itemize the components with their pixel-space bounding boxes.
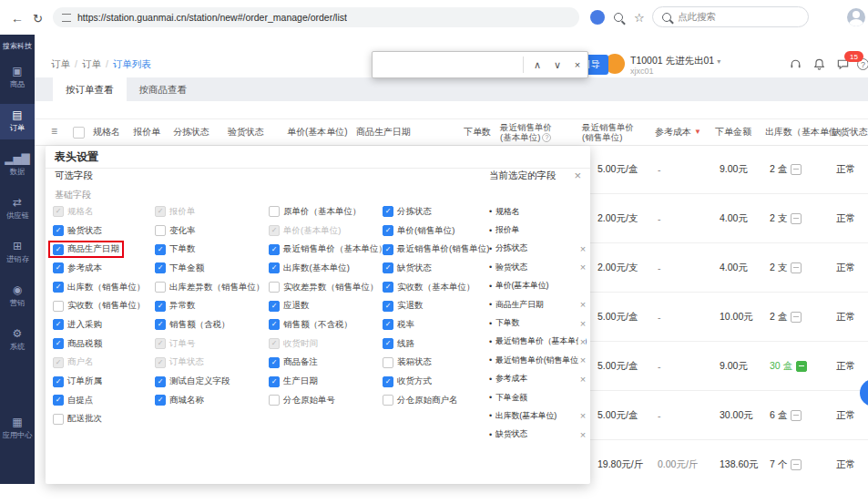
field-checkbox-item[interactable]: 商品生产日期 [50,242,122,256]
edit-qty-icon[interactable] [791,312,802,323]
checkbox[interactable] [53,357,64,368]
remove-field-icon[interactable]: × [578,299,586,310]
tab-by-product[interactable]: 按商品查看 [127,77,200,101]
checkbox[interactable] [383,225,393,236]
field-checkbox-item[interactable]: 出库差异数（销售单位） [155,282,265,293]
edit-qty-icon[interactable] [791,213,802,224]
extension-icon[interactable] [590,10,605,25]
checkbox[interactable] [269,395,280,406]
field-checkbox-item[interactable]: 最近销售单价(销售单位) [383,243,489,255]
field-checkbox-item[interactable]: 商城名称 [155,395,204,406]
edit-qty-icon[interactable] [791,164,802,175]
support-icon[interactable] [789,57,803,72]
remove-field-icon[interactable]: × [578,262,586,273]
remove-field-icon[interactable]: × [578,355,586,365]
field-checkbox-item[interactable]: 订单所属 [53,375,102,387]
sidebar-item[interactable]: ▂▅▇ 数据 [0,148,35,183]
breadcrumb-section[interactable]: 订单 [82,58,101,69]
sidebar-item[interactable]: ▣ 商品 [0,60,35,96]
remove-field-icon[interactable]: × [578,429,586,440]
remove-field-icon[interactable]: × [578,243,586,254]
checkbox[interactable] [155,262,166,273]
browser-profile-avatar[interactable] [847,8,865,26]
checkbox[interactable] [53,301,64,312]
field-checkbox-item[interactable]: 销售额（不含税） [269,319,352,331]
field-checkbox-item[interactable]: 下单数 [155,243,196,255]
checkbox[interactable] [383,282,393,293]
field-checkbox-item[interactable]: 最近销售单价（基本单位） [269,243,387,255]
field-checkbox-item[interactable]: 进入采购 [53,319,102,331]
checkbox[interactable] [269,244,280,255]
checkbox[interactable] [269,262,280,273]
remove-field-icon[interactable]: × [578,410,586,421]
checkbox[interactable] [269,357,280,368]
select-all-checkbox[interactable] [73,127,85,139]
field-checkbox-item[interactable]: 订单状态 [155,356,204,368]
field-checkbox-item[interactable]: 出库数（销售单位） [53,282,146,293]
edit-qty-icon[interactable] [791,262,802,273]
field-checkbox-item[interactable]: 线路 [383,338,414,350]
field-checkbox-item[interactable]: 验货状态 [53,225,102,237]
find-prev-icon[interactable]: ∧ [527,59,547,71]
checkbox[interactable] [383,206,393,217]
checkbox[interactable] [155,319,166,330]
field-checkbox-item[interactable]: 规格名 [53,206,94,218]
bookmark-star-icon[interactable]: ☆ [634,11,645,25]
checkbox[interactable] [53,282,64,293]
field-checkbox-item[interactable]: 商户名 [53,356,94,368]
field-checkbox-item[interactable]: 收货时间 [269,338,318,350]
field-checkbox-item[interactable]: 应退数 [269,300,310,312]
checkbox[interactable] [269,376,280,387]
remove-field-icon[interactable]: × [578,318,586,329]
sidebar-item[interactable]: ◉ 营销 [0,279,35,314]
expand-list-icon[interactable]: ≡ [51,125,57,138]
user-name[interactable]: T10001 先进先出01▾ [630,55,720,67]
field-checkbox-item[interactable]: 报价单 [155,206,196,218]
checkbox[interactable] [53,262,64,273]
address-bar[interactable]: https://station.guanmai.cn/station/new#/… [53,7,579,27]
checkbox[interactable] [155,376,166,387]
checkbox[interactable] [383,395,393,406]
checkbox[interactable] [155,301,166,312]
remove-field-icon[interactable]: × [578,374,586,385]
checkbox[interactable] [383,301,393,312]
field-checkbox-item[interactable]: 参考成本 [53,262,102,274]
checkbox[interactable] [53,338,64,349]
field-checkbox-item[interactable]: 分仓原始单号 [269,395,335,406]
checkbox[interactable] [269,206,280,217]
info-icon[interactable]: ? [542,133,551,142]
sidebar-item[interactable]: ▤ 订单 [0,104,35,139]
checkbox[interactable] [383,357,393,368]
field-checkbox-item[interactable]: 分拣状态 [383,206,432,218]
field-checkbox-item[interactable]: 实退数 [383,300,424,312]
checkbox[interactable] [383,262,393,273]
checkbox[interactable] [155,338,166,349]
checkbox[interactable] [269,319,280,330]
back-icon[interactable]: ← [11,11,24,26]
field-checkbox-item[interactable]: 实收数（销售单位） [53,300,146,312]
field-checkbox-item[interactable]: 变化率 [155,225,196,237]
field-checkbox-item[interactable]: 下单金额 [155,262,204,274]
field-checkbox-item[interactable]: 测试自定义字段 [155,375,230,387]
field-checkbox-item[interactable]: 实收差异数（销售单位） [269,282,379,293]
column-header-ref-cost[interactable]: 参考成本▼ [655,119,701,145]
field-checkbox-item[interactable]: 配送批次 [53,413,102,425]
checkbox[interactable] [53,376,64,387]
edit-qty-icon[interactable] [791,459,802,470]
checkbox[interactable] [155,206,166,217]
checkbox[interactable] [53,225,64,236]
checkbox[interactable] [269,301,280,312]
field-checkbox-item[interactable]: 商品备注 [269,356,318,368]
checkbox[interactable] [53,206,64,217]
checkbox[interactable] [53,414,64,425]
remove-field-icon[interactable]: × [578,336,586,347]
checkbox[interactable] [155,282,166,293]
sidebar-item[interactable]: ⚙ 系统 [0,323,35,358]
sidebar-item[interactable]: ▦ 应用中心 [0,411,35,447]
checkbox[interactable] [155,225,166,236]
checkbox[interactable] [53,244,64,255]
checkbox[interactable] [269,282,280,293]
checkbox[interactable] [383,244,393,255]
bell-icon[interactable] [812,57,827,72]
field-checkbox-item[interactable]: 生产日期 [269,375,318,387]
